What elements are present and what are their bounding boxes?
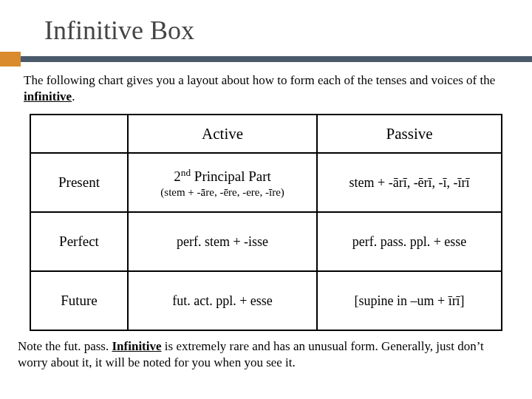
present-active-sub: (stem + -āre, -ēre, -ere, -īre): [133, 186, 312, 199]
intro-part-a: The following chart gives you a layout a…: [24, 73, 495, 87]
row-label-present: Present: [30, 153, 128, 212]
accent-bar: [0, 56, 532, 62]
table-row: Present 2nd Principal Part (stem + -āre,…: [30, 153, 502, 212]
table-header-row: Active Passive: [30, 115, 502, 153]
intro-keyword: infinitive: [24, 89, 72, 103]
content: The following chart gives you a layout a…: [0, 62, 532, 331]
header-active: Active: [128, 115, 317, 153]
infinitive-table: Active Passive Present 2nd Principal Par…: [30, 114, 502, 331]
row-label-future: Future: [30, 271, 128, 330]
row-label-perfect: Perfect: [30, 212, 128, 271]
page-title: Infinitive Box: [44, 15, 532, 46]
intro-text: The following chart gives you a layout a…: [24, 72, 508, 105]
title-area: Infinitive Box: [0, 0, 532, 46]
header-passive: Passive: [317, 115, 502, 153]
cell-future-passive: [supine in –um + īrī]: [317, 271, 502, 330]
cell-present-passive: stem + -ārī, -ērī, -ī, -īrī: [317, 153, 502, 212]
cell-perfect-active: perf. stem + -isse: [128, 212, 317, 271]
present-active-main: 2nd Principal Part: [174, 168, 271, 184]
cell-future-active: fut. act. ppl. + esse: [128, 271, 317, 330]
note-part-a: Note the fut. pass.: [18, 339, 112, 353]
table-row: Future fut. act. ppl. + esse [supine in …: [30, 271, 502, 330]
cell-perfect-passive: perf. pass. ppl. + esse: [317, 212, 502, 271]
note-keyword: Infinitive: [112, 339, 161, 353]
header-blank: [30, 115, 128, 153]
intro-part-c: .: [72, 89, 75, 103]
cell-present-active: 2nd Principal Part (stem + -āre, -ēre, -…: [128, 153, 317, 212]
table-row: Perfect perf. stem + -isse perf. pass. p…: [30, 212, 502, 271]
footnote: Note the fut. pass. Infinitive is extrem…: [0, 331, 532, 371]
